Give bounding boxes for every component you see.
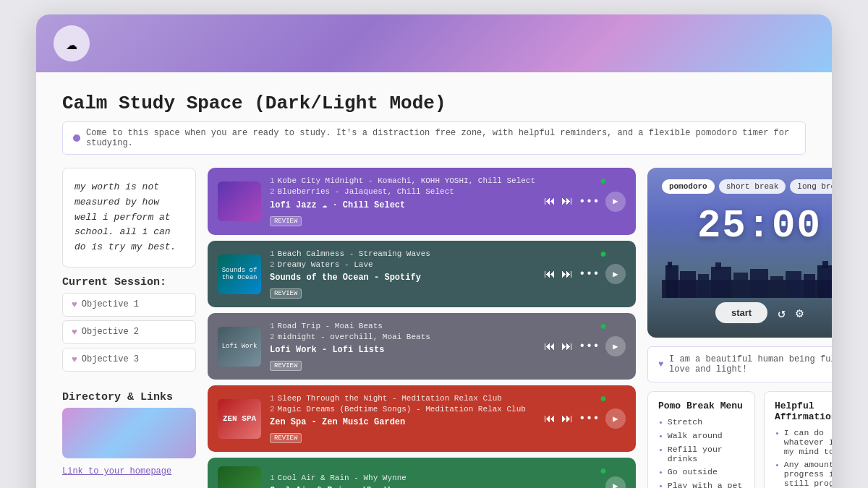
affirm-item-1: • I can do whatever I put my mind to [775,428,832,456]
start-button[interactable]: start [715,302,767,323]
music-thumb-3: Lofi Work [218,327,261,367]
track-4-line2: 2 Magic Dreams (Bedtime Songs) - Meditat… [270,405,535,414]
affirm-bullet-2: • [775,461,780,470]
prev-icon-1[interactable]: ⏮ [544,194,556,208]
tab-long-break[interactable]: long break [790,179,832,194]
right-column: pomodoro short break long break 25:00 [647,168,832,488]
current-session-label: Current Session: [62,276,196,288]
music-card-2[interactable]: Sounds of the Ocean 1 Beach Calmness - S… [208,241,636,307]
svg-rect-9 [770,276,783,298]
play-button-3[interactable]: ▶ [605,336,626,356]
objective-3[interactable]: ♥ Objective 3 [62,348,196,372]
left-column: my worth is not measured by how well i p… [62,168,196,488]
track-4-line1: 1 Sleep Through the Night - Meditation R… [270,394,535,403]
review-badge-4: REVIEW [270,433,302,443]
svg-rect-13 [822,261,828,268]
dots-icon-1[interactable]: ••• [579,195,600,208]
tab-pomodoro[interactable]: pomodoro [662,179,715,194]
break-item-2: • Walk around [658,431,744,441]
playlist-name-4: Zen Spa - Zen Music Garden [270,417,535,427]
directory-label: Directory & Links [62,391,196,403]
heart-affirmation-text: I am a beautiful human being full of lov… [669,354,832,374]
music-card-4[interactable]: ZEN SPA 1 Sleep Through the Night - Medi… [208,385,636,452]
spotify-icon-1: ● [600,175,607,188]
cloud-icon: ☁ [54,25,90,61]
dots-icon-2[interactable]: ••• [579,267,600,281]
music-thumb-4: ZEN SPA [218,399,261,439]
track-5-line1: 1 Cool Air & Rain - Why Wynne [270,474,597,482]
track-1-line2: 2 Blueberries - Jalaquest, Chill Select [270,187,535,196]
review-badge-2: REVIEW [270,288,302,299]
music-controls-2[interactable]: ⏮ ⏭ ••• ▶ [544,264,626,284]
play-button-2[interactable]: ▶ [605,264,626,284]
music-info-4: 1 Sleep Through the Night - Meditation R… [270,394,535,443]
heart-icon-3: ♥ [72,354,77,365]
subtitle-dot-icon [73,134,80,142]
music-controls-5[interactable]: ▶ [605,476,626,489]
break-item-1: • Stretch [658,417,744,427]
affirmation-text: my worth is not measured by how well i p… [75,181,176,252]
svg-rect-5 [711,267,731,298]
next-icon-2[interactable]: ⏭ [561,267,573,281]
svg-rect-3 [680,271,696,298]
affirmations-title: Helpful Affirmations [775,401,832,422]
track-1-line1: 1 Kobe City Midnight - Komachi, KOHH YOS… [270,176,535,185]
spotify-icon-3: ● [600,320,607,333]
music-info-2: 1 Beach Calmness - Streaming Waves 2 Dre… [270,249,535,299]
playlist-name-1: lofi Jazz ☁ · Chill Select [270,200,535,210]
play-button-5[interactable]: ▶ [605,476,626,489]
spotify-icon-4: ● [600,393,607,406]
bullet-5: • [658,481,663,488]
music-info-3: 1 Road Trip - Moai Beats 2 midnight - ov… [270,322,535,371]
pomo-break-title: Pomo Break Menu [658,401,744,411]
refresh-icon[interactable]: ↺ [778,305,786,321]
spotify-icon-2: ● [600,248,607,261]
music-thumb-1 [218,181,261,221]
bottom-two-col: Pomo Break Menu • Stretch • Walk around … [647,391,832,488]
music-controls-3[interactable]: ⏮ ⏭ ••• ▶ [544,336,626,356]
play-button-1[interactable]: ▶ [605,192,626,212]
homepage-link[interactable]: Link to your homepage [62,466,171,476]
review-badge-3: REVIEW [270,361,302,371]
dots-icon-4[interactable]: ••• [579,412,600,425]
prev-icon-4[interactable]: ⏮ [544,412,556,426]
next-icon-4[interactable]: ⏭ [561,412,573,426]
objective-2-text: Objective 2 [82,327,139,337]
music-card-3[interactable]: Lofi Work 1 Road Trip - Moai Beats 2 mid… [208,313,636,380]
pomo-tabs: pomodoro short break long break [662,179,832,194]
svg-rect-10 [786,271,801,298]
music-card-5[interactable]: 1 Cool Air & Rain - Why Wynne Cool Air &… [208,458,636,488]
heart-icon-affirmation: ♥ [658,359,663,369]
music-card-1[interactable]: 1 Kobe City Midnight - Komachi, KOHH YOS… [208,168,636,235]
tab-short-break[interactable]: short break [719,179,786,194]
subtitle-bar: Come to this space when you are ready to… [62,121,806,155]
next-icon-3[interactable]: ⏭ [561,340,573,354]
prev-icon-3[interactable]: ⏮ [544,340,556,354]
bullet-1: • [658,418,663,427]
review-badge-1: REVIEW [270,216,302,226]
pomo-controls: start ↺ ⚙ [662,302,832,323]
affirmations-box: Helpful Affirmations • I can do whatever… [764,391,832,488]
objective-2[interactable]: ♥ Objective 2 [62,320,196,344]
break-item-5: • Play with a pet [658,481,744,488]
next-icon-1[interactable]: ⏭ [561,194,573,208]
affirmation-box: my worth is not measured by how well i p… [62,168,196,267]
objective-3-text: Objective 3 [82,354,139,364]
objective-1-text: Objective 1 [82,299,139,309]
pomodoro-widget: pomodoro short break long break 25:00 [647,168,832,338]
svg-rect-7 [733,273,748,298]
objective-1[interactable]: ♥ Objective 1 [62,293,196,317]
track-2-line1: 1 Beach Calmness - Streaming Waves [270,249,535,258]
page-title: Calm Study Space (Dark/Light Mode) [62,93,806,114]
play-button-4[interactable]: ▶ [605,408,626,429]
music-controls-4[interactable]: ⏮ ⏭ ••• ▶ [544,408,626,429]
prev-icon-2[interactable]: ⏮ [544,267,556,281]
svg-rect-4 [698,274,709,298]
music-thumb-2: Sounds of the Ocean [218,254,261,294]
dots-icon-3[interactable]: ••• [579,340,600,353]
music-info-5: 1 Cool Air & Rain - Why Wynne Cool Air &… [270,474,597,488]
svg-rect-8 [750,269,768,298]
city-skyline-svg [662,258,832,298]
music-controls-1[interactable]: ⏮ ⏭ ••• ▶ [544,192,626,212]
settings-icon[interactable]: ⚙ [796,305,804,321]
